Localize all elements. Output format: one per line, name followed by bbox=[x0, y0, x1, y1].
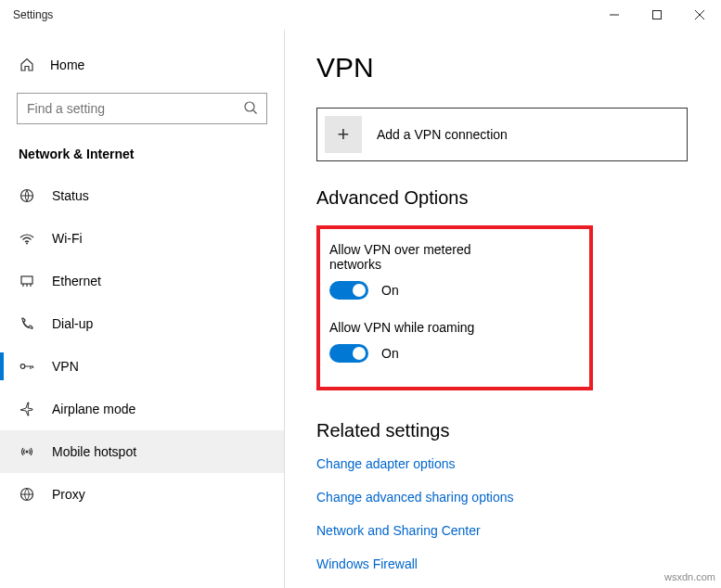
section-header: Network & Internet bbox=[0, 147, 284, 161]
link-sharing-options[interactable]: Change advanced sharing options bbox=[316, 490, 704, 505]
search-icon bbox=[243, 100, 258, 115]
maximize-button[interactable] bbox=[636, 0, 678, 30]
home-icon bbox=[19, 57, 35, 73]
sidebar-item-label: Mobile hotspot bbox=[52, 444, 136, 459]
svg-point-4 bbox=[245, 102, 254, 111]
main-content: VPN + Add a VPN connection Advanced Opti… bbox=[285, 30, 721, 588]
sidebar-item-label: Airplane mode bbox=[52, 402, 135, 416]
maximize-icon bbox=[651, 9, 663, 20]
sidebar-item-status[interactable]: Status bbox=[0, 174, 284, 217]
sidebar-item-hotspot[interactable]: Mobile hotspot bbox=[0, 430, 284, 473]
sidebar-item-label: Ethernet bbox=[52, 274, 101, 288]
search-wrap bbox=[17, 93, 267, 124]
sidebar-item-label: Dial-up bbox=[52, 316, 93, 331]
toggle-metered[interactable] bbox=[329, 281, 368, 300]
watermark: wsxdn.com bbox=[664, 571, 715, 582]
titlebar: Settings bbox=[0, 0, 721, 30]
home-button[interactable]: Home bbox=[0, 46, 284, 83]
svg-rect-1 bbox=[653, 11, 662, 19]
sidebar-item-label: Status bbox=[52, 188, 89, 203]
related-heading: Related settings bbox=[316, 420, 704, 441]
vpn-icon bbox=[19, 358, 35, 375]
close-button[interactable] bbox=[678, 0, 721, 30]
svg-point-13 bbox=[26, 451, 29, 454]
link-adapter-options[interactable]: Change adapter options bbox=[316, 456, 704, 471]
sidebar-item-vpn[interactable]: VPN bbox=[0, 345, 284, 388]
sidebar-item-label: Wi-Fi bbox=[52, 231, 83, 246]
svg-rect-8 bbox=[21, 276, 32, 284]
airplane-icon bbox=[19, 401, 35, 417]
proxy-icon bbox=[19, 486, 35, 503]
advanced-options-highlight: Allow VPN over metered networks On Allow… bbox=[316, 225, 593, 390]
sidebar-item-airplane[interactable]: Airplane mode bbox=[0, 388, 284, 430]
related-settings: Related settings Change adapter options … bbox=[316, 418, 704, 571]
window-controls bbox=[593, 0, 721, 30]
option-roaming-label: Allow VPN while roaming bbox=[329, 320, 478, 335]
advanced-options-heading: Advanced Options bbox=[316, 187, 704, 209]
toggle-metered-state: On bbox=[381, 283, 399, 298]
sidebar-item-proxy[interactable]: Proxy bbox=[0, 473, 284, 516]
option-metered-label: Allow VPN over metered networks bbox=[329, 242, 478, 272]
minimize-button[interactable] bbox=[593, 0, 636, 30]
page-title: VPN bbox=[316, 52, 704, 83]
home-label: Home bbox=[50, 58, 84, 72]
wifi-icon bbox=[19, 230, 35, 247]
plus-icon: + bbox=[325, 116, 362, 153]
minimize-icon bbox=[609, 9, 620, 20]
window-title: Settings bbox=[13, 8, 53, 21]
sidebar-item-label: Proxy bbox=[52, 487, 85, 502]
sidebar-item-ethernet[interactable]: Ethernet bbox=[0, 260, 284, 302]
link-network-center[interactable]: Network and Sharing Center bbox=[316, 523, 704, 538]
sidebar-item-wifi[interactable]: Wi-Fi bbox=[0, 217, 284, 260]
sidebar: Home Network & Internet Status Wi-Fi E bbox=[0, 30, 285, 588]
search-input[interactable] bbox=[17, 93, 267, 124]
toggle-roaming-state: On bbox=[381, 346, 399, 361]
hotspot-icon bbox=[19, 443, 35, 460]
sidebar-item-dialup[interactable]: Dial-up bbox=[0, 302, 284, 345]
ethernet-icon bbox=[19, 273, 35, 289]
svg-line-5 bbox=[253, 110, 257, 114]
svg-point-12 bbox=[20, 364, 25, 369]
toggle-roaming[interactable] bbox=[329, 344, 368, 363]
close-icon bbox=[694, 9, 705, 20]
status-icon bbox=[19, 187, 35, 204]
link-firewall[interactable]: Windows Firewall bbox=[316, 556, 704, 571]
svg-point-7 bbox=[26, 243, 28, 245]
add-vpn-label: Add a VPN connection bbox=[377, 127, 508, 142]
sidebar-item-label: VPN bbox=[52, 359, 79, 374]
add-vpn-button[interactable]: + Add a VPN connection bbox=[316, 108, 688, 161]
dialup-icon bbox=[19, 315, 35, 332]
